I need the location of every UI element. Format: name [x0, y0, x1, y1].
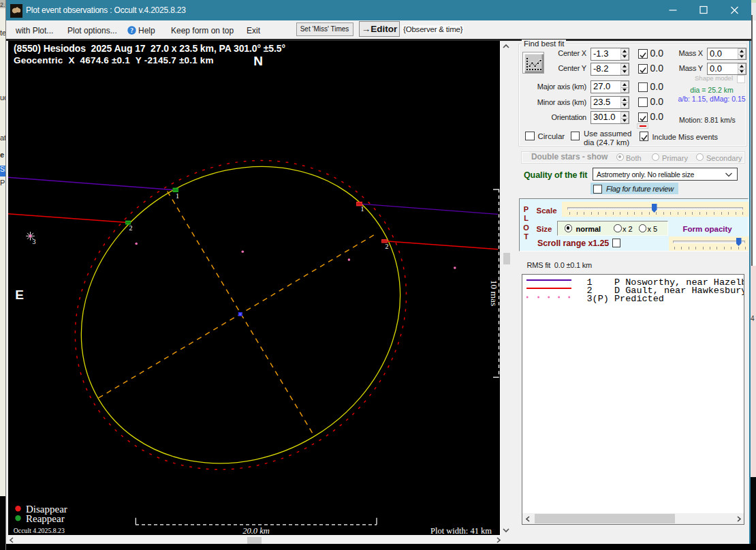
svg-text:Geocentric X 4674.6 ±0.1 Y: Geocentric X 4674.6 ±0.1 Y -2145.7 ±0.1 …	[14, 55, 214, 65]
svg-text:?: ?	[130, 27, 133, 34]
svg-text:1: 1	[176, 192, 179, 200]
svg-text:2: 2	[129, 224, 133, 232]
svg-text:Reappear: Reappear	[26, 513, 65, 524]
svg-text:1: 1	[361, 205, 364, 213]
svg-text:Occult 4.2025.8.23: Occult 4.2025.8.23	[14, 527, 65, 534]
svg-text:N: N	[253, 54, 263, 68]
svg-text:20.0 km: 20.0 km	[242, 526, 270, 536]
svg-text:(8550) Hesiodos 2025 Aug 17: (8550) Hesiodos 2025 Aug 17 27.0 x 23.5 …	[14, 43, 285, 54]
svg-text:E: E	[15, 288, 24, 302]
svg-text:Plot width: 41 km: Plot width: 41 km	[430, 526, 492, 536]
svg-text:2: 2	[385, 243, 389, 250]
svg-text:10 mas: 10 mas	[489, 280, 499, 307]
